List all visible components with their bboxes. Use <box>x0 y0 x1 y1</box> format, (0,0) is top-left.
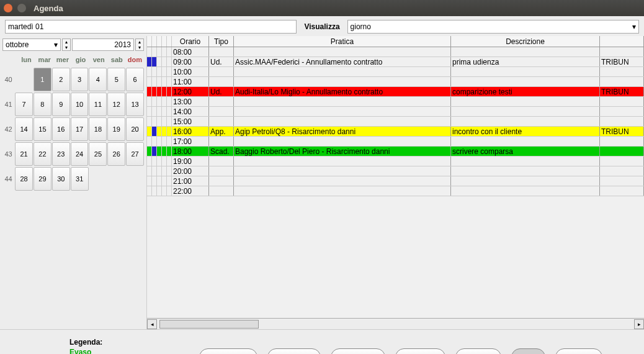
row-marker <box>162 186 167 196</box>
calendar-weeks: 4012345641789101112134214151617181920432… <box>2 67 144 191</box>
day-cell[interactable]: 25 <box>89 142 107 166</box>
day-cell[interactable]: 19 <box>107 117 125 141</box>
row-marker <box>152 137 157 146</box>
day-cell[interactable]: 9 <box>52 93 70 116</box>
day-cell[interactable]: 10 <box>71 93 89 116</box>
col-pratica[interactable]: Pratica <box>234 36 451 47</box>
day-cell[interactable]: 6 <box>126 68 144 91</box>
row-marker <box>152 67 157 76</box>
visualizza-combo[interactable]: giorno ▾ <box>347 20 639 34</box>
scroll-thumb[interactable] <box>159 320 259 329</box>
day-cell[interactable]: 11 <box>89 93 107 116</box>
schedule-row[interactable]: 20:00 <box>147 166 644 176</box>
day-cell[interactable]: 27 <box>126 142 144 166</box>
day-cell[interactable]: 29 <box>34 167 51 191</box>
schedule-row[interactable]: 12:00Ud.Audi-Italia/Lo Miglio - Annullam… <box>147 87 644 97</box>
day-cell[interactable]: 2 <box>52 68 70 91</box>
row-marker <box>147 157 152 166</box>
chevron-down-icon[interactable]: ▾ <box>628 22 636 31</box>
day-cell[interactable]: 14 <box>15 117 33 141</box>
row-marker <box>167 147 172 156</box>
row-marker <box>167 186 172 196</box>
schedule-row[interactable]: 15:00 <box>147 117 644 127</box>
schedule-row[interactable]: 22:00 <box>147 186 644 196</box>
schedule-body[interactable]: 08:0009:00Ud.Assic.MAA/Federici - Annull… <box>147 47 644 318</box>
day-cell[interactable]: 31 <box>71 167 89 191</box>
stampa-button[interactable]: Stampa <box>395 348 445 354</box>
row-marker <box>162 147 167 156</box>
schedule-row[interactable]: 14:00 <box>147 107 644 117</box>
day-cell[interactable]: 5 <box>107 68 125 91</box>
col-tipo[interactable]: Tipo <box>209 36 234 47</box>
year-spinner[interactable]: ▴▾ <box>135 39 144 51</box>
cell-descrizione <box>451 77 600 86</box>
col-descrizione[interactable]: Descrizione <box>451 36 600 47</box>
day-cell[interactable]: 12 <box>107 93 125 116</box>
scroll-left-button[interactable]: ◂ <box>147 319 157 329</box>
row-marker <box>162 127 167 136</box>
day-cell <box>15 68 33 91</box>
horizontal-scrollbar[interactable]: ◂ ▸ <box>147 318 644 329</box>
schedule-row[interactable]: 11:00 <box>147 77 644 87</box>
row-marker <box>162 157 167 166</box>
week-row: 4178910111213 <box>2 92 144 117</box>
day-cell[interactable]: 18 <box>89 117 107 141</box>
day-cell[interactable]: 21 <box>15 142 33 166</box>
day-cell[interactable]: 8 <box>34 93 51 116</box>
cancella-button[interactable]: Cancella <box>331 348 385 354</box>
modifica-button[interactable]: Modifica <box>267 348 321 354</box>
cell-tipo <box>209 186 234 196</box>
day-cell[interactable]: 17 <box>71 117 89 141</box>
schedule-row[interactable]: 10:00 <box>147 67 644 77</box>
day-cell[interactable]: 20 <box>126 117 144 141</box>
schedule-row[interactable]: 18:00Scad.Baggio Roberto/Del Piero - Ris… <box>147 147 644 157</box>
schedule-row[interactable]: 09:00Ud.Assic.MAA/Federici - Annullament… <box>147 57 644 67</box>
chevron-down-icon[interactable]: ▾ <box>54 40 58 49</box>
day-cell[interactable]: 15 <box>34 117 51 141</box>
rinvia-button[interactable]: Rinvia <box>455 348 501 354</box>
cell-descrizione <box>451 137 600 146</box>
cell-tipo <box>209 176 234 186</box>
month-select[interactable]: ottobre ▾ <box>2 39 61 51</box>
row-marker <box>157 166 162 176</box>
window-minimize-button[interactable] <box>17 4 26 12</box>
col-orario[interactable]: Orario <box>172 36 209 47</box>
scroll-right-button[interactable]: ▸ <box>634 319 644 329</box>
day-cell[interactable]: 28 <box>15 167 33 191</box>
schedule-row[interactable]: 08:00 <box>147 47 644 57</box>
day-cell[interactable]: 22 <box>34 142 51 166</box>
row-marker <box>157 157 162 166</box>
row-marker <box>147 77 152 86</box>
schedule-row[interactable]: 17:00 <box>147 137 644 147</box>
day-cell[interactable]: 4 <box>89 68 107 91</box>
day-cell[interactable]: 23 <box>52 142 70 166</box>
day-cell[interactable]: 16 <box>52 117 70 141</box>
schedule-row[interactable]: 16:00App.Agip Petroli/Q8 - Risarcimento … <box>147 127 644 137</box>
chiudi-button[interactable]: Chiudi <box>555 348 602 354</box>
cell-descrizione <box>451 166 600 176</box>
aggiunge-button[interactable]: Aggiunge <box>199 348 257 354</box>
row-marker <box>167 77 172 86</box>
day-cell[interactable]: 24 <box>71 142 89 166</box>
row-marker <box>157 107 162 116</box>
year-input[interactable]: 2013 <box>72 39 134 51</box>
cell-tipo: App. <box>209 127 234 136</box>
row-marker <box>162 67 167 76</box>
day-cell[interactable]: 26 <box>107 142 125 166</box>
schedule-row[interactable]: 21:00 <box>147 176 644 186</box>
day-cell[interactable]: 13 <box>126 93 144 116</box>
row-marker <box>147 107 152 116</box>
window-close-button[interactable] <box>4 4 12 12</box>
day-cell[interactable]: 1 <box>34 68 51 91</box>
date-combo[interactable]: martedì 01 <box>5 20 297 34</box>
mini-calendar: ottobre ▾ ▴▾ 2013 ▴▾ lunmarmergiovensabd… <box>0 36 146 329</box>
schedule-row[interactable]: 13:00 <box>147 97 644 107</box>
schedule: Orario Tipo Pratica Descrizione 08:0009:… <box>146 36 644 329</box>
month-spinner[interactable]: ▴▾ <box>62 39 71 51</box>
day-cell[interactable]: 3 <box>71 68 89 91</box>
day-cell[interactable]: 7 <box>15 93 33 116</box>
schedule-row[interactable]: 19:00 <box>147 157 644 166</box>
cell-tipo: Scad. <box>209 147 234 156</box>
day-cell[interactable]: 30 <box>52 167 70 191</box>
vai-button[interactable]: Vai <box>511 348 545 354</box>
